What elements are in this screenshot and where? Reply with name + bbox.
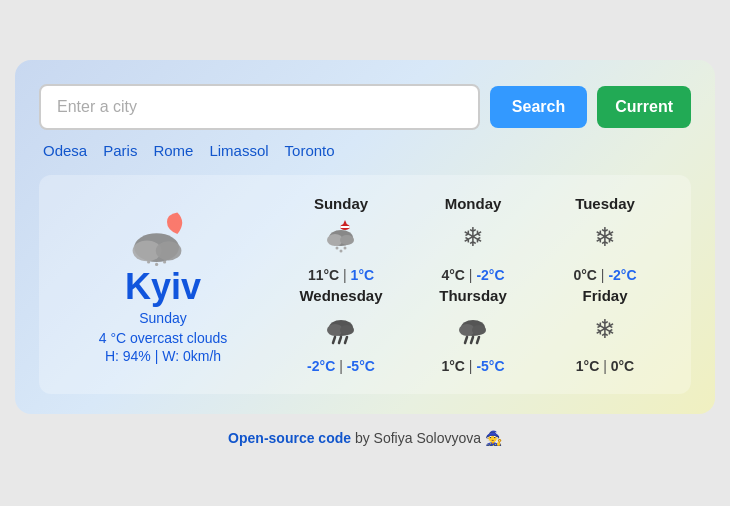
svg-point-8 <box>340 235 354 245</box>
quick-city-odesa[interactable]: Odesa <box>43 142 87 159</box>
forecast-day-friday: Friday <box>543 287 667 306</box>
svg-line-21 <box>345 337 347 343</box>
temp-high-tuesday: 0°C <box>573 267 597 283</box>
svg-point-9 <box>336 247 339 250</box>
forecast-day-sunday: Sunday <box>279 195 403 214</box>
open-source-link[interactable]: Open-source code <box>228 430 351 446</box>
forecast-icon-wednesday <box>279 310 403 354</box>
temp-low-thursday: -5°C <box>476 358 504 374</box>
search-button[interactable]: Search <box>490 86 587 128</box>
forecast-temp-sunday: 11°C | 1°C <box>279 267 403 283</box>
current-location-button[interactable]: Current <box>597 86 691 128</box>
forecast-icon-sunday <box>279 218 403 262</box>
svg-text:❄: ❄ <box>594 222 616 252</box>
temp-low-friday: 0°C <box>611 358 635 374</box>
quick-city-toronto[interactable]: Toronto <box>285 142 335 159</box>
forecast-icon-friday: ❄ <box>543 310 667 354</box>
forecast-temp-wednesday: -2°C | -5°C <box>279 358 403 374</box>
svg-point-10 <box>340 250 343 253</box>
weather-condition: 4 °C overcast clouds <box>99 330 228 346</box>
footer-suffix: by Sofiya Solovyova 🧙 <box>351 430 502 446</box>
forecast-grid: Sunday Monday Tuesday <box>263 195 667 374</box>
forecast-temp-thursday: 1°C | -5°C <box>411 358 535 374</box>
svg-point-11 <box>344 247 347 250</box>
search-input[interactable] <box>39 84 480 130</box>
svg-rect-13 <box>340 226 350 228</box>
temp-low-sunday: 1°C <box>351 267 375 283</box>
forecast-icon-monday: ❄ <box>411 218 535 262</box>
quick-city-paris[interactable]: Paris <box>103 142 137 159</box>
forecast-day-wednesday: Wednesday <box>279 287 403 306</box>
temp-low-monday: -2°C <box>476 267 504 283</box>
app-container: Search Current Odesa Paris Rome Limassol… <box>15 60 715 414</box>
svg-point-3 <box>147 260 150 263</box>
forecast-day-tuesday: Tuesday <box>543 195 667 214</box>
current-weather-panel: Kyiv Sunday 4 °C overcast clouds H: 94% … <box>63 195 263 374</box>
quick-cities-row: Odesa Paris Rome Limassol Toronto <box>39 142 691 159</box>
humidity-wind: H: 94% | W: 0km/h <box>105 348 221 364</box>
svg-point-5 <box>163 260 166 263</box>
svg-line-26 <box>471 337 473 343</box>
temp-high-wednesday: -2°C <box>307 358 335 374</box>
weather-card: Kyiv Sunday 4 °C overcast clouds H: 94% … <box>39 175 691 394</box>
svg-line-20 <box>339 337 341 343</box>
svg-point-24 <box>472 325 486 335</box>
forecast-day-thursday: Thursday <box>411 287 535 306</box>
svg-point-2 <box>156 241 182 260</box>
svg-line-25 <box>465 337 467 343</box>
svg-line-27 <box>477 337 479 343</box>
current-day: Sunday <box>139 310 186 326</box>
quick-city-rome[interactable]: Rome <box>153 142 193 159</box>
forecast-icon-thursday <box>411 310 535 354</box>
temp-high-thursday: 1°C <box>441 358 465 374</box>
temp-high-friday: 1°C <box>576 358 600 374</box>
cloud-night-icon <box>123 206 203 266</box>
temp-high-monday: 4°C <box>441 267 465 283</box>
city-name: Kyiv <box>125 266 201 308</box>
svg-point-18 <box>340 325 354 335</box>
forecast-temp-friday: 1°C | 0°C <box>543 358 667 374</box>
forecast-icon-tuesday: ❄ <box>543 218 667 262</box>
footer: Open-source code by Sofiya Solovyova 🧙 <box>228 430 502 446</box>
quick-city-limassol[interactable]: Limassol <box>209 142 268 159</box>
svg-text:❄: ❄ <box>462 222 484 252</box>
temp-low-wednesday: -5°C <box>347 358 375 374</box>
temp-high-sunday: 11°C <box>308 267 339 283</box>
forecast-temp-tuesday: 0°C | -2°C <box>543 267 667 283</box>
forecast-temp-monday: 4°C | -2°C <box>411 267 535 283</box>
temp-low-tuesday: -2°C <box>608 267 636 283</box>
forecast-day-monday: Monday <box>411 195 535 214</box>
svg-text:❄: ❄ <box>594 314 616 344</box>
search-row: Search Current <box>39 84 691 130</box>
svg-line-19 <box>333 337 335 343</box>
